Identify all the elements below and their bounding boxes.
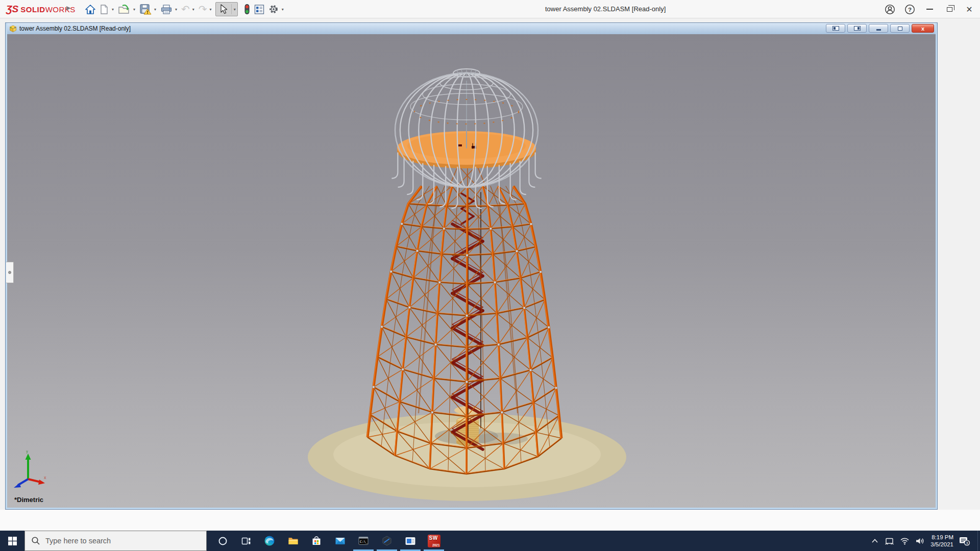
edge-icon <box>264 535 275 546</box>
account-button[interactable] <box>884 4 895 15</box>
windows-taskbar: Type here to search C:\_ <box>0 531 980 551</box>
new-dropdown-caret[interactable]: ▾ <box>112 7 114 12</box>
minimize-icon <box>926 9 933 10</box>
taskbar-item-solidworks-2021[interactable]: SW 2021 <box>422 531 446 551</box>
solidworks-2021-icon: SW 2021 <box>428 535 440 547</box>
document-titlebar[interactable]: tower Assembly 02.SLDASM [Read-only] x <box>7 23 936 34</box>
edrawings-hexagon-icon <box>382 536 392 546</box>
taskbar-app-icons: C:\_ SW 2021 <box>211 531 446 551</box>
redo-icon: ↷ <box>199 3 207 15</box>
cortana-icon <box>218 536 228 546</box>
taskbar-item-edrawings[interactable] <box>375 531 399 551</box>
file-explorer-icon <box>288 536 299 545</box>
remote-window-icon <box>405 537 415 545</box>
split-pane-left-button[interactable] <box>826 24 845 33</box>
taskbar-item-microsoft-store[interactable] <box>305 531 328 551</box>
start-button[interactable] <box>0 531 24 551</box>
windows-logo-icon <box>8 537 17 545</box>
microsoft-store-icon <box>311 536 322 546</box>
open-button[interactable] <box>116 2 132 16</box>
view-orientation-label: *Dimetric <box>14 496 43 504</box>
undo-dropdown-caret[interactable]: ▾ <box>192 7 194 12</box>
doc-minimize-button[interactable] <box>869 24 888 33</box>
hidden-icons-chevron[interactable] <box>871 537 879 544</box>
taskbar-search-input[interactable]: Type here to search <box>24 531 207 551</box>
viewport-3d-scene[interactable] <box>7 34 936 508</box>
print-dropdown-caret[interactable]: ▾ <box>175 7 177 12</box>
taskbar-item-mail[interactable] <box>328 531 352 551</box>
options-button[interactable] <box>266 2 281 16</box>
taskbar-item-cortana[interactable] <box>211 531 234 551</box>
taskbar-item-task-view[interactable] <box>234 531 258 551</box>
terminal-prompt-text: C:\_ <box>360 540 368 544</box>
doc-close-button[interactable]: x <box>912 24 934 33</box>
restore-button[interactable] <box>944 4 955 15</box>
command-prompt-icon: C:\_ <box>358 536 369 545</box>
clock[interactable]: 8:19 PM 3/5/2021 <box>930 534 953 548</box>
save-button[interactable] <box>138 2 153 16</box>
taskbar-item-edge[interactable] <box>258 531 281 551</box>
system-tray: 8:19 PM 3/5/2021 3 <box>871 531 977 551</box>
restore-icon <box>947 7 952 12</box>
app-titlebar: ƷS SOLID WORKS ▶ ▾ ▾ ▾ <box>0 0 980 18</box>
select-tool-button-active[interactable]: ▾ <box>215 2 238 16</box>
print-icon <box>160 4 173 15</box>
quick-access-toolbar: ▾ ▾ ▾ ▾ ↶ ▾ ↷ ▾ <box>83 2 286 17</box>
rebuild-traffic-light-icon <box>243 4 251 15</box>
home-button[interactable] <box>83 2 97 16</box>
notification-badge: 3 <box>966 540 968 545</box>
doc-restore-button[interactable] <box>890 24 910 33</box>
assembly-file-icon <box>9 25 17 33</box>
graphics-viewport[interactable]: x y *Dimetric <box>7 34 936 508</box>
file-properties-button[interactable] <box>252 2 266 16</box>
save-icon <box>139 4 152 15</box>
new-document-button[interactable] <box>97 2 111 16</box>
document-title: tower Assembly 02.SLDASM [Read-only] <box>19 25 131 32</box>
doc-minimize-icon <box>876 29 881 31</box>
open-dropdown-caret[interactable]: ▾ <box>133 7 135 12</box>
undo-button[interactable]: ↶ <box>180 2 191 16</box>
solidworks-logo: ƷS SOLID WORKS <box>6 4 76 15</box>
gear-icon <box>268 4 279 15</box>
taskbar-item-command-prompt[interactable]: C:\_ <box>352 531 375 551</box>
mail-icon <box>335 537 346 545</box>
toolbar-flyout-arrow[interactable]: ▶ <box>66 5 70 11</box>
undo-icon: ↶ <box>181 3 190 15</box>
triad-axes: x y <box>14 449 46 488</box>
select-dropdown-caret[interactable]: ▾ <box>231 4 236 14</box>
taskbar-item-file-explorer[interactable] <box>281 531 305 551</box>
close-button[interactable]: ✕ <box>964 4 975 15</box>
print-button[interactable] <box>159 2 174 16</box>
help-button[interactable]: ? <box>904 4 915 15</box>
save-dropdown-caret[interactable]: ▾ <box>154 7 156 12</box>
split-pane-right-icon <box>854 26 861 31</box>
taskbar-item-remote-window[interactable] <box>399 531 422 551</box>
new-document-icon <box>99 4 109 15</box>
wifi-icon[interactable] <box>900 537 910 545</box>
volume-icon[interactable] <box>915 537 925 545</box>
clock-time: 8:19 PM <box>930 534 953 541</box>
svg-text:?: ? <box>908 6 911 12</box>
show-desktop-button[interactable] <box>977 531 980 551</box>
rebuild-button[interactable] <box>242 2 252 16</box>
select-cursor-icon <box>216 4 230 15</box>
app-window-controls: ? ✕ <box>884 0 975 18</box>
featuremanager-collapsed-tab[interactable] <box>6 262 14 283</box>
split-pane-right-button[interactable] <box>847 24 867 33</box>
split-pane-left-icon <box>832 26 839 31</box>
document-window-buttons: x <box>826 24 934 33</box>
doc-restore-icon <box>898 27 902 31</box>
redo-dropdown-caret[interactable]: ▾ <box>210 7 212 12</box>
file-properties-icon <box>254 4 265 15</box>
document-window: tower Assembly 02.SLDASM [Read-only] x x… <box>5 22 938 510</box>
wireless-display-icon[interactable] <box>885 537 894 545</box>
minimize-button[interactable] <box>924 4 935 15</box>
statusbar-area <box>0 510 980 531</box>
svg-text:y: y <box>26 449 28 454</box>
options-dropdown-caret[interactable]: ▾ <box>282 7 284 12</box>
svg-text:x: x <box>44 475 46 480</box>
search-icon <box>31 536 40 545</box>
action-center-button[interactable]: 3 <box>959 536 970 546</box>
home-icon <box>85 4 96 15</box>
redo-button[interactable]: ↷ <box>197 2 209 16</box>
